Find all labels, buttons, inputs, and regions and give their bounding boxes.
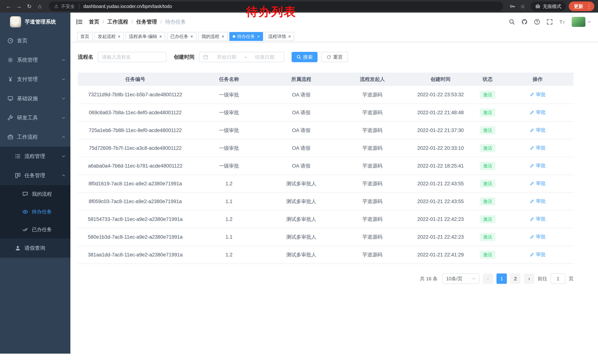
tab-close-icon[interactable]: × [191, 34, 193, 39]
sidebar-item-infrastructure[interactable]: 基础设施 [0, 89, 70, 108]
avatar-image [572, 17, 585, 27]
approve-link[interactable]: 审批 [530, 216, 546, 222]
search-button[interactable]: 搜索 [291, 52, 317, 62]
approve-link[interactable]: 审批 [530, 109, 546, 115]
task-id-cell: 8f059c03-7ac8-11ec-a9e2-a2380e71991a [78, 193, 193, 210]
status-badge: 激活 [480, 144, 495, 152]
date-range-picker[interactable]: 开始日期 - 结束日期 [199, 52, 284, 62]
main-content: 首页/工作流程/任务管理/待办任务 TT 首页发起流程×流程表单-编辑×已办任务… [70, 13, 598, 354]
sidebar-item-devtools[interactable]: 研发工具 [0, 108, 70, 127]
approve-link[interactable]: 审批 [530, 127, 546, 133]
page-size-select[interactable]: 10条/页 [442, 274, 479, 284]
initiator-cell: 芋道源码 [337, 210, 407, 228]
approve-link[interactable]: 审批 [530, 180, 546, 187]
edit-icon [530, 181, 534, 186]
github-icon[interactable] [521, 19, 528, 25]
task-name-cell: 1.2 [193, 175, 265, 193]
column-header: 所属流程 [265, 73, 337, 86]
sidebar-item-my-process[interactable]: 我的流程 [0, 185, 70, 203]
edit-icon [530, 146, 534, 150]
sidebar-item-label: 我的流程 [32, 191, 52, 197]
tab-close-icon[interactable]: × [222, 34, 224, 39]
approve-link[interactable]: 审批 [530, 91, 546, 98]
user-avatar[interactable] [572, 17, 591, 27]
process-cell: 测试多审批人 [265, 193, 337, 210]
tab-todo-task[interactable]: 待办任务× [229, 32, 263, 41]
tab-close-icon[interactable]: × [288, 34, 291, 39]
task-id-cell: 58154733-7ac8-11ec-a9e2-a2380e71991a [78, 210, 193, 228]
process-cell: OA 请假 [265, 104, 337, 121]
reload-icon[interactable]: ↻ [25, 1, 34, 11]
sidebar-item-home[interactable]: 首页 [0, 31, 70, 50]
done-icon [22, 226, 28, 233]
sidebar-item-label: 首页 [17, 37, 27, 44]
sidebar-item-leave-query[interactable]: 请假查询 [0, 238, 70, 258]
tab-close-icon[interactable]: × [257, 34, 260, 39]
tab-form-edit[interactable]: 流程表单-编辑× [126, 32, 165, 41]
sidebar-item-done-task[interactable]: 已办任务 [0, 221, 70, 238]
back-icon[interactable]: ← [4, 1, 13, 11]
sidebar-item-todo-task[interactable]: 待办任务 [0, 203, 70, 221]
status-badge: 激活 [480, 108, 495, 117]
collapse-sidebar-icon[interactable] [76, 18, 83, 25]
logo[interactable]: 芋道管理系统 [0, 13, 70, 31]
sidebar-item-system[interactable]: 系统管理 [0, 50, 70, 70]
page-button-2[interactable]: 2 [510, 274, 521, 284]
chevron-down-icon [61, 58, 66, 62]
breadcrumb-item[interactable]: 任务管理 [136, 18, 157, 25]
edit-icon [530, 199, 534, 204]
process-name-input[interactable] [102, 54, 162, 60]
navbar-actions: TT [509, 17, 591, 27]
next-page-button[interactable]: › [524, 274, 534, 284]
tab-done-task[interactable]: 已办任务× [167, 32, 196, 41]
page-size-value: 10条/页 [446, 275, 462, 282]
fullscreen-icon[interactable] [547, 19, 553, 25]
page-button-1[interactable]: 1 [497, 274, 507, 284]
table-header-row: 任务编号任务名称所属流程流程发起人创建时间状态操作 [78, 73, 573, 86]
approve-link[interactable]: 审批 [530, 198, 546, 204]
help-icon[interactable] [534, 19, 540, 25]
dashboard-icon [8, 38, 13, 44]
tab-my-process[interactable]: 我的流程× [198, 32, 227, 41]
sidebar-item-process-mgmt[interactable]: 流程管理 [0, 147, 70, 166]
process-cell: 测试多审批人 [265, 210, 337, 228]
bookmark-star-icon[interactable]: ☆ [518, 1, 528, 11]
chevron-down-icon [472, 277, 476, 281]
edit-icon [530, 252, 534, 257]
breadcrumb-item[interactable]: 首页 [89, 18, 99, 25]
approve-link[interactable]: 审批 [530, 234, 546, 240]
sidebar-item-payment[interactable]: 支付管理 [0, 70, 70, 89]
action-cell: 审批 [502, 175, 573, 193]
tab-close-icon[interactable]: × [118, 34, 120, 39]
sidebar-item-workflow[interactable]: 工作流程 [0, 127, 70, 147]
prev-page-button[interactable]: ‹ [483, 274, 493, 284]
page-unit-label: 页 [569, 275, 573, 282]
tab-process-detail[interactable]: 流程详情× [265, 32, 294, 41]
search-icon[interactable] [509, 19, 515, 25]
tab-label: 流程详情 [268, 33, 286, 40]
password-key-icon[interactable] [507, 1, 517, 11]
tab-home[interactable]: 首页 [77, 32, 93, 41]
sidebar-item-task-mgmt[interactable]: 任务管理 [0, 166, 70, 185]
status-cell: 激活 [473, 157, 502, 175]
action-cell: 审批 [502, 246, 573, 264]
approve-link[interactable]: 审批 [530, 162, 546, 169]
approve-link[interactable]: 审批 [530, 251, 546, 258]
screen: ← → ↻ ⌂ ⚠ 不安全 dashboard.yudao.iocoder.cn… [0, 0, 598, 364]
action-cell: 审批 [502, 121, 573, 139]
chevron-down-icon [61, 116, 66, 120]
reset-button[interactable]: 重置 [321, 52, 348, 62]
update-button[interactable]: 更新 ⋮ [569, 1, 594, 11]
home-icon[interactable]: ⌂ [35, 1, 44, 11]
font-size-icon[interactable]: TT [559, 19, 565, 25]
browser-menu-icon[interactable]: ⋮ [586, 3, 592, 9]
tab-close-icon[interactable]: × [159, 34, 162, 39]
tab-label: 发起流程 [98, 33, 116, 40]
created-time-cell: 2022-01-21 22:43:55 [407, 175, 473, 193]
tab-start-process[interactable]: 发起流程× [94, 32, 124, 41]
task-id-cell: 75d72608-7b7f-11ec-a3c8-acde48001122 [78, 139, 193, 157]
goto-page-input[interactable] [551, 274, 565, 284]
forward-icon[interactable]: → [14, 1, 24, 11]
breadcrumb-item[interactable]: 工作流程 [108, 18, 128, 25]
approve-link[interactable]: 审批 [530, 145, 546, 151]
